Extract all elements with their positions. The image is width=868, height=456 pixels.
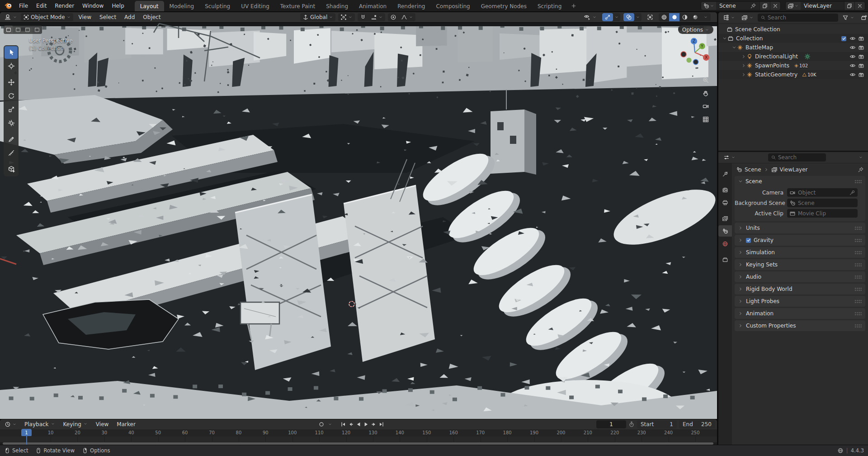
field-camera[interactable]: Object	[787, 188, 858, 197]
timeline-menu-keying[interactable]: Keying	[59, 420, 92, 429]
tab-sculpting[interactable]: Sculpting	[199, 1, 236, 11]
viewport-menu-add[interactable]: Add	[120, 13, 139, 22]
scene-panel-header[interactable]: Scene	[735, 176, 865, 187]
network-icon[interactable]	[837, 447, 844, 454]
properties-search-input[interactable]	[778, 154, 823, 161]
overlays-toggle[interactable]	[623, 13, 634, 21]
disable-in-renders-icon[interactable]	[858, 53, 864, 60]
drag-grip-icon[interactable]	[854, 287, 862, 291]
include-checkbox[interactable]	[841, 36, 846, 41]
panel-rigid-body-world[interactable]: Rigid Body World	[735, 284, 865, 294]
outliner-row-staticgeometry[interactable]: StaticGeometry10K	[718, 70, 868, 79]
hide-in-viewport-icon[interactable]	[849, 53, 856, 60]
tab-shading[interactable]: Shading	[321, 1, 354, 11]
outliner-row-spawnpoints[interactable]: SpawnPoints102	[718, 61, 868, 70]
outliner-search-input[interactable]	[768, 14, 835, 21]
panel-units[interactable]: Units	[735, 223, 865, 233]
start-frame-field[interactable]: Start1	[637, 420, 677, 428]
camera-view-button[interactable]	[702, 102, 710, 110]
menu-edit[interactable]: Edit	[32, 1, 51, 10]
jump-to-end-button[interactable]	[377, 420, 385, 428]
panel-splitter[interactable]	[718, 151, 868, 152]
proportional-edit-toggle[interactable]	[388, 13, 399, 21]
hide-in-viewport-icon[interactable]	[849, 62, 856, 69]
tool-select-box[interactable]	[5, 46, 18, 59]
gravity-checkbox[interactable]	[746, 238, 751, 243]
expand-icon[interactable]	[741, 72, 746, 77]
viewport-menu-view[interactable]: View	[75, 13, 95, 22]
disable-in-renders-icon[interactable]	[858, 44, 864, 51]
drag-grip-icon[interactable]	[854, 324, 862, 328]
timeline-track[interactable]	[0, 437, 717, 442]
timeline-scrollbar[interactable]	[0, 442, 717, 445]
tool-rotate[interactable]	[5, 90, 18, 102]
drag-grip-icon[interactable]	[854, 312, 862, 316]
view-layer-name-field[interactable]: ViewLayer	[801, 3, 844, 9]
scene-name-field[interactable]: Scene	[716, 3, 760, 9]
outliner-row-directionallight[interactable]: DirectionalLight	[718, 52, 868, 61]
properties-editor-type-button[interactable]	[721, 153, 738, 162]
view-layer-browse-button[interactable]	[786, 2, 801, 10]
timeline-ruler[interactable]: 1020304050607080901001101201301401501601…	[0, 429, 717, 437]
new-view-layer-button[interactable]	[844, 2, 854, 10]
drag-grip-icon[interactable]	[854, 226, 862, 230]
outliner-row-battlemap[interactable]: BattleMap	[718, 43, 868, 52]
breadcrumb-view-layer[interactable]: ViewLayer	[780, 166, 808, 173]
timeline-menu-playback[interactable]: Playback	[20, 420, 59, 429]
snap-toggle[interactable]	[358, 13, 368, 21]
tab-animation[interactable]: Animation	[354, 1, 392, 11]
new-collection-button[interactable]	[859, 14, 868, 22]
expand-icon[interactable]	[741, 54, 746, 59]
visibility-dropdown[interactable]	[581, 13, 599, 21]
menu-help[interactable]: Help	[108, 1, 128, 10]
tool-transform[interactable]	[5, 117, 18, 129]
drag-grip-icon[interactable]	[854, 299, 862, 304]
pan-button[interactable]	[702, 89, 710, 97]
tab-texture-paint[interactable]: Texture Paint	[275, 1, 321, 11]
collapse-icon[interactable]	[731, 45, 737, 50]
delete-scene-button[interactable]	[770, 2, 780, 10]
tool-measure[interactable]	[5, 147, 18, 159]
next-keyframe-button[interactable]	[370, 420, 377, 428]
gizmos-toggle[interactable]	[602, 13, 613, 21]
mode-dropdown[interactable]: Object Mode	[21, 13, 73, 21]
properties-tab-render[interactable]	[719, 184, 731, 195]
disable-in-renders-icon[interactable]	[858, 71, 864, 78]
tool-scale[interactable]	[5, 103, 18, 116]
pivot-dropdown[interactable]	[338, 13, 355, 21]
shading-solid-button[interactable]	[669, 13, 679, 21]
tab-rendering[interactable]: Rendering	[392, 1, 430, 11]
eyedropper-icon[interactable]	[849, 190, 855, 196]
timeline-editor-type-button[interactable]	[2, 420, 19, 428]
viewport-3d[interactable]: User Perspective (1) Collection Options …	[0, 23, 717, 419]
timeline-menu-view[interactable]: View	[92, 420, 113, 429]
properties-search[interactable]	[768, 153, 826, 162]
outliner-filter-mode-button[interactable]	[739, 14, 756, 22]
select-mode-subtract[interactable]	[23, 26, 32, 33]
outliner-row-scene-collection[interactable]: Scene Collection	[718, 25, 868, 34]
play-reverse-button[interactable]	[354, 420, 362, 428]
outliner-row-collection[interactable]: Collection	[718, 34, 868, 43]
collapse-icon[interactable]	[722, 36, 727, 41]
panel-simulation[interactable]: Simulation	[735, 247, 865, 258]
playhead[interactable]: 1	[21, 429, 32, 436]
end-frame-field[interactable]: End250	[679, 420, 715, 428]
scrollbar-handle[interactable]	[3, 442, 713, 445]
navigation-gizmo[interactable]: ZYX	[677, 34, 713, 71]
snap-dropdown[interactable]	[368, 13, 385, 21]
drag-grip-icon[interactable]	[854, 180, 862, 184]
editor-type-button[interactable]	[2, 13, 19, 21]
panel-light-probes[interactable]: Light Probes	[735, 296, 865, 307]
add-workspace-button[interactable]	[567, 3, 580, 9]
shading-material-button[interactable]	[679, 13, 690, 21]
menu-file[interactable]: File	[15, 1, 32, 10]
panel-animation[interactable]: Animation	[735, 308, 865, 319]
stopwatch-icon[interactable]	[628, 421, 635, 428]
disable-in-renders-icon[interactable]	[858, 35, 864, 42]
drag-grip-icon[interactable]	[854, 238, 862, 242]
tab-layout[interactable]: Layout	[135, 1, 164, 11]
auto-keying-toggle[interactable]	[317, 420, 325, 428]
orientation-dropdown[interactable]: Global	[300, 13, 335, 21]
scene-browse-button[interactable]	[701, 2, 716, 10]
timeline-menu-marker[interactable]: Marker	[113, 420, 139, 429]
